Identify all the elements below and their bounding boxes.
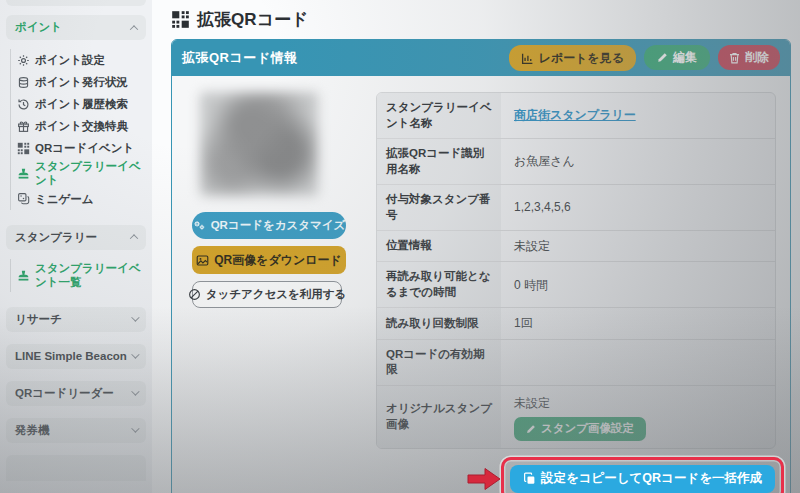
event-name-link[interactable]: 商店街スタンプラリー <box>514 107 636 123</box>
view-report-button[interactable]: レポートを見る <box>509 45 636 71</box>
field-label: 読み取り回数制限 <box>377 308 501 338</box>
sidebar-item-point-issuance[interactable]: ポイント発行状況 <box>17 71 146 93</box>
detail-table: スタンプラリーイベント名称 商店街スタンプラリー 拡張QRコード識別用名称 お魚… <box>376 92 776 449</box>
section-label: LINE Simple Beacon <box>15 350 127 362</box>
card-header: 拡張QRコード情報 レポートを見る 編集 削除 <box>172 40 790 76</box>
sidebar-item-point-rewards[interactable]: ポイント交換特典 <box>17 115 146 137</box>
qr-icon <box>171 10 190 29</box>
sidebar-item-qr-event[interactable]: QRコードイベント <box>17 137 146 159</box>
bulk-create-qr-label: 設定をコピーしてQRコードを一括作成 <box>541 470 762 487</box>
chevron-down-icon <box>131 424 139 432</box>
card-body: QRコードをカスタマイズ QR画像をダウンロード タッチアクセスを利用する スタ… <box>172 76 790 449</box>
sidebar-item-point-history[interactable]: ポイント履歴検索 <box>17 93 146 115</box>
field-label: スタンプラリーイベント名称 <box>377 93 501 138</box>
sidebar-section-qr-reader[interactable]: QRコードリーダー <box>6 381 146 406</box>
red-highlight-box: 設定をコピーしてQRコードを一括作成 <box>501 457 784 493</box>
section-label: ポイント <box>15 20 62 35</box>
section-label: 発券機 <box>15 423 50 438</box>
stamp-image-setting-button[interactable]: スタンプ画像設定 <box>514 417 646 441</box>
sidebar-item-label: ポイント発行状況 <box>35 75 128 89</box>
field-value: 未設定 <box>501 231 775 261</box>
sidebar-item-label: ポイント交換特典 <box>35 119 128 133</box>
sidebar-item-label: ポイント履歴検索 <box>35 97 128 111</box>
table-row: 読み取り回数制限 1回 <box>377 308 775 339</box>
field-label: 拡張QRコード識別用名称 <box>377 139 501 184</box>
sidebar-point-items: ポイント設定 ポイント発行状況 ポイント履歴検索 ポイント交換特典 QRコードイ… <box>10 49 146 210</box>
sidebar-item-stamp-rally-event-list[interactable]: スタンプラリーイベント一覧 <box>17 259 146 292</box>
field-value: 0 時間 <box>501 262 775 307</box>
trash-icon <box>729 52 740 64</box>
field-value: 1,2,3,4,5,6 <box>501 185 775 230</box>
sidebar-section-ticket-machine[interactable]: 発券機 <box>6 418 146 443</box>
field-value: 1回 <box>501 308 775 338</box>
sidebar-item-point-settings[interactable]: ポイント設定 <box>17 49 146 71</box>
coins-icon <box>17 76 30 89</box>
page-title: 拡張QRコード <box>171 6 791 31</box>
stamp-image-setting-label: スタンプ画像設定 <box>541 421 634 436</box>
gears-icon <box>193 219 206 232</box>
delete-button[interactable]: 削除 <box>718 45 780 70</box>
section-label: スタンプラリー <box>15 230 97 245</box>
game-icon <box>17 192 30 205</box>
red-arrow-icon <box>467 466 501 492</box>
card-header-actions: レポートを見る 編集 削除 <box>509 45 780 71</box>
touch-access-button[interactable]: タッチアクセスを利用する <box>192 281 342 308</box>
table-row: 拡張QRコード識別用名称 お魚屋さん <box>377 139 775 185</box>
sidebar-section-point[interactable]: ポイント <box>6 15 146 40</box>
touch-access-label: タッチアクセスを利用する <box>206 287 347 302</box>
card-footer: 設定をコピーしてQRコードを一括作成 <box>172 449 790 493</box>
sidebar-section-research[interactable]: リサーチ <box>6 307 146 332</box>
tutorial-annotation: 設定をコピーしてQRコードを一括作成 <box>501 457 784 493</box>
table-row: QRコードの有効期限 <box>377 340 775 386</box>
field-label: 再読み取り可能となるまでの時間 <box>377 262 501 307</box>
field-value: お魚屋さん <box>501 139 775 184</box>
sidebar-section-line-beacon[interactable]: LINE Simple Beacon <box>6 344 146 369</box>
stamp-icon <box>17 269 30 282</box>
sidebar-item-label: スタンプラリーイベント一覧 <box>35 261 146 290</box>
edit-button[interactable]: 編集 <box>644 45 710 70</box>
sidebar-item-minigame[interactable]: ミニゲーム <box>17 188 146 210</box>
gift-icon <box>17 120 30 133</box>
qr-icon <box>17 142 30 155</box>
table-row: オリジナルスタンプ画像 未設定 スタンプ画像設定 <box>377 386 775 448</box>
sidebar-item-label: QRコードイベント <box>35 141 134 155</box>
delete-label: 削除 <box>745 49 769 66</box>
sidebar-stamp-rally-items: スタンプラリーイベント一覧 <box>10 259 146 292</box>
field-label: 付与対象スタンプ番号 <box>377 185 501 230</box>
table-row: スタンプラリーイベント名称 商店街スタンプラリー <box>377 93 775 139</box>
view-report-label: レポートを見る <box>539 50 624 67</box>
sidebar: ポイント ポイント設定 ポイント発行状況 ポイント履歴検索 ポイント交換特典 Q… <box>0 0 152 493</box>
sidebar-item-stamp-rally-event[interactable]: スタンプラリーイベント <box>17 159 146 188</box>
page-title-text: 拡張QRコード <box>197 8 308 31</box>
history-icon <box>17 98 30 111</box>
table-row: 位置情報 未設定 <box>377 231 775 262</box>
stamp-icon <box>17 167 30 180</box>
chart-icon <box>521 52 534 65</box>
customize-qr-label: QRコードをカスタマイズ <box>211 218 346 233</box>
sidebar-section-stamp-rally[interactable]: スタンプラリー <box>6 225 146 250</box>
main-content: 拡張QRコード 拡張QRコード情報 レポートを見る 編集 削除 <box>152 0 800 493</box>
extended-qr-info-card: 拡張QRコード情報 レポートを見る 編集 削除 <box>171 39 791 493</box>
stamp-image-status: 未設定 <box>514 395 550 411</box>
pencil-icon <box>526 424 536 434</box>
section-label: リサーチ <box>15 312 62 327</box>
sidebar-item-label: ミニゲーム <box>35 192 94 206</box>
field-value <box>501 340 775 385</box>
sidebar-item-label: ポイント設定 <box>35 53 105 67</box>
copy-icon <box>523 472 536 485</box>
customize-qr-button[interactable]: QRコードをカスタマイズ <box>192 212 346 239</box>
sidebar-section-partial-bottom[interactable] <box>6 455 146 481</box>
card-title: 拡張QRコード情報 <box>182 49 298 67</box>
qr-code-image-blurred <box>200 92 318 196</box>
download-qr-image-button[interactable]: QR画像をダウンロード <box>192 246 346 274</box>
sidebar-section-partial-top[interactable] <box>6 0 146 6</box>
field-label: QRコードの有効期限 <box>377 340 501 385</box>
download-qr-label: QR画像をダウンロード <box>214 252 342 269</box>
qr-panel-buttons: QRコードをカスタマイズ QR画像をダウンロード タッチアクセスを利用する <box>192 212 360 308</box>
bulk-create-qr-button[interactable]: 設定をコピーしてQRコードを一括作成 <box>510 465 775 493</box>
chevron-down-icon <box>131 313 139 321</box>
gear-icon <box>17 54 30 67</box>
table-row: 付与対象スタンプ番号 1,2,3,4,5,6 <box>377 185 775 231</box>
chevron-up-icon <box>130 25 138 33</box>
edit-label: 編集 <box>673 49 697 66</box>
